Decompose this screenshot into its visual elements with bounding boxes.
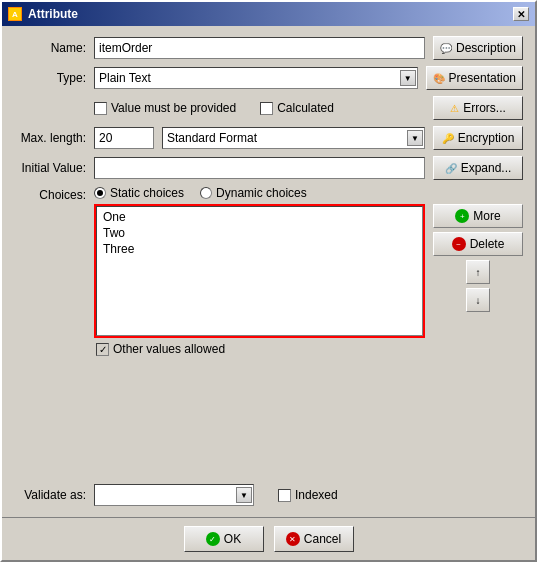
dialog-content: Name: 💬 Description Type: Plain Text Num… (2, 26, 535, 517)
choices-section: Choices: Static choices Dynamic choices (14, 186, 523, 477)
static-choices-label[interactable]: Static choices (94, 186, 184, 200)
other-values-row: ✓ Other values allowed (94, 342, 523, 356)
validate-select[interactable] (94, 484, 254, 506)
choices-row: Choices: Static choices Dynamic choices (14, 186, 523, 356)
errors-button[interactable]: ⚠ Errors... (433, 96, 523, 120)
more-button[interactable]: + More (433, 204, 523, 228)
dialog-title: Attribute (28, 7, 78, 21)
initial-value-input[interactable] (94, 157, 425, 179)
delete-button[interactable]: − Delete (433, 232, 523, 256)
max-length-input[interactable] (94, 127, 154, 149)
list-item[interactable]: One (99, 209, 420, 225)
type-row: Type: Plain Text Number Date Boolean ▼ 🎨… (14, 66, 523, 90)
choices-buttons: + More − Delete ↑ ↓ (433, 204, 523, 312)
std-format-select[interactable]: Standard Format Custom (162, 127, 425, 149)
dynamic-choices-radio[interactable] (200, 187, 212, 199)
checkbox-row: Value must be provided Calculated ⚠ Erro… (14, 96, 523, 120)
choices-label: Choices: (14, 186, 86, 202)
dialog-footer: ✓ OK ✕ Cancel (2, 517, 535, 560)
ok-button[interactable]: ✓ OK (184, 526, 264, 552)
encryption-icon: 🔑 (442, 133, 454, 144)
validate-label: Validate as: (14, 488, 86, 502)
presentation-icon: 🎨 (433, 73, 445, 84)
validate-row: Validate as: ▼ Indexed (14, 483, 523, 507)
initial-value-label: Initial Value: (14, 161, 86, 175)
name-label: Name: (14, 41, 86, 55)
type-select-wrapper: Plain Text Number Date Boolean ▼ (94, 67, 418, 89)
attribute-dialog: A Attribute ✕ Name: 💬 Description Type: … (0, 0, 537, 562)
list-item[interactable]: Two (99, 225, 420, 241)
down-arrow-button[interactable]: ↓ (466, 288, 490, 312)
max-length-row: Max. length: Standard Format Custom ▼ 🔑 … (14, 126, 523, 150)
up-arrow-button[interactable]: ↑ (466, 260, 490, 284)
calculated-checkbox[interactable] (260, 102, 273, 115)
initial-value-row: Initial Value: 🔗 Expand... (14, 156, 523, 180)
max-length-label: Max. length: (14, 131, 86, 145)
value-provided-checkbox[interactable] (94, 102, 107, 115)
description-icon: 💬 (440, 43, 452, 54)
close-button[interactable]: ✕ (513, 7, 529, 21)
radio-row: Static choices Dynamic choices (94, 186, 523, 200)
description-button[interactable]: 💬 Description (433, 36, 523, 60)
expand-icon: 🔗 (445, 163, 457, 174)
more-icon: + (455, 209, 469, 223)
other-values-label[interactable]: ✓ Other values allowed (96, 342, 225, 356)
static-choices-radio[interactable] (94, 187, 106, 199)
max-length-group: Standard Format Custom ▼ (94, 127, 425, 149)
presentation-button[interactable]: 🎨 Presentation (426, 66, 523, 90)
ok-icon: ✓ (206, 532, 220, 546)
dynamic-choices-label[interactable]: Dynamic choices (200, 186, 307, 200)
dialog-icon: A (8, 7, 22, 21)
type-select[interactable]: Plain Text Number Date Boolean (94, 67, 418, 89)
cancel-button[interactable]: ✕ Cancel (274, 526, 354, 552)
title-bar: A Attribute ✕ (2, 2, 535, 26)
std-format-wrapper: Standard Format Custom ▼ (162, 127, 425, 149)
choices-list[interactable]: One Two Three (96, 206, 423, 336)
indexed-checkbox[interactable] (278, 489, 291, 502)
name-row: Name: 💬 Description (14, 36, 523, 60)
name-input[interactable] (94, 37, 425, 59)
type-label: Type: (14, 71, 86, 85)
errors-icon: ⚠ (450, 103, 459, 114)
list-item[interactable]: Three (99, 241, 420, 257)
validate-select-wrapper: ▼ (94, 484, 254, 506)
other-values-checkbox[interactable]: ✓ (96, 343, 109, 356)
encryption-button[interactable]: 🔑 Encryption (433, 126, 523, 150)
radio-dot (97, 190, 103, 196)
expand-button[interactable]: 🔗 Expand... (433, 156, 523, 180)
value-provided-label[interactable]: Value must be provided (94, 101, 236, 115)
cancel-icon: ✕ (286, 532, 300, 546)
calculated-label[interactable]: Calculated (260, 101, 334, 115)
indexed-label[interactable]: Indexed (278, 488, 338, 502)
choices-main: Static choices Dynamic choices One Two (94, 186, 523, 356)
choices-list-wrapper: One Two Three (94, 204, 425, 338)
delete-icon: − (452, 237, 466, 251)
